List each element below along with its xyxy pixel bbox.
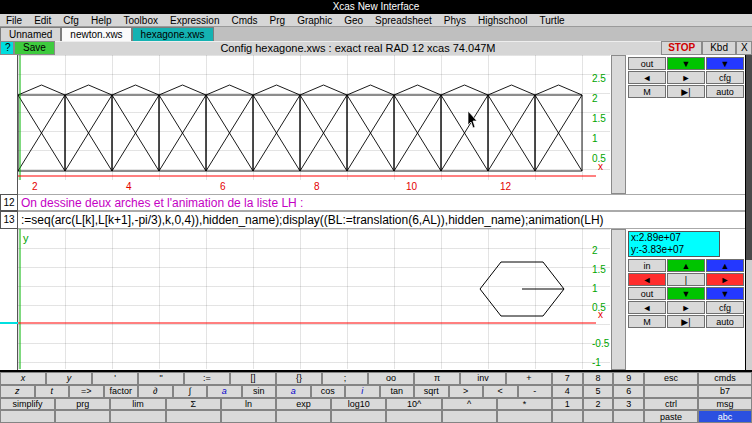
level-number[interactable]: 13 xyxy=(0,211,18,229)
config-button[interactable]: Config hexagone.xws : exact real RAD 12 … xyxy=(55,41,661,55)
menu-item[interactable]: Prg xyxy=(264,15,292,26)
kbd-numkey[interactable]: 5 xyxy=(583,385,614,398)
kbd-side-key[interactable]: cmds xyxy=(698,372,752,385)
graph-scroll-row-button[interactable]: ◄ xyxy=(628,273,666,286)
scrollbar-thumb[interactable] xyxy=(746,55,752,260)
session-scrollbar[interactable] xyxy=(745,55,752,370)
kbd-key[interactable]: z xyxy=(0,385,35,398)
kbd-key[interactable]: exp xyxy=(276,398,331,411)
graph-anim-button[interactable]: ▶| xyxy=(667,315,705,328)
kbd-side-key[interactable]: paste xyxy=(644,410,698,423)
graph-zoom-out-row-button[interactable]: out xyxy=(628,57,666,70)
kbd-key[interactable]: simplify xyxy=(0,398,55,411)
kbd-key[interactable]: ln xyxy=(221,398,276,411)
kbd-key[interactable]: oo xyxy=(368,372,414,385)
kbd-key[interactable]: Σ xyxy=(166,398,221,411)
kbd-numkey[interactable]: 8 xyxy=(583,372,614,385)
kbd-key[interactable] xyxy=(110,410,165,423)
kbd-key[interactable]: 10^ xyxy=(386,398,441,411)
kbd-key[interactable]: [] xyxy=(230,372,276,385)
menu-item[interactable]: Highschool xyxy=(472,15,533,26)
kbd-key[interactable]: inv xyxy=(460,372,506,385)
graph-pan-cfg-button[interactable]: ◄ xyxy=(628,71,666,84)
menu-item[interactable]: Cfg xyxy=(57,15,85,26)
kbd-side-key[interactable]: msg xyxy=(698,398,752,411)
stop-button[interactable]: STOP xyxy=(661,41,702,55)
session-tab[interactable]: Unnamed xyxy=(0,27,61,41)
kbd-key[interactable] xyxy=(276,410,331,423)
graph-pan-cfg-button[interactable]: cfg xyxy=(706,301,744,314)
kbd-key[interactable]: tan xyxy=(380,385,415,398)
kbd-key[interactable]: > xyxy=(449,385,484,398)
kbd-key[interactable]: => xyxy=(69,385,104,398)
graph1-scrollbar[interactable] xyxy=(611,55,626,194)
kbd-numkey[interactable]: 3 xyxy=(613,398,644,411)
menu-item[interactable]: Toolbox xyxy=(118,15,164,26)
close-session-button[interactable]: X xyxy=(736,41,752,55)
kbd-numkey[interactable]: 1 xyxy=(552,398,583,411)
menu-item[interactable]: Spreadsheet xyxy=(369,15,438,26)
graph-scroll-row-button[interactable]: ► xyxy=(706,273,744,286)
kbd-key[interactable]: log10 xyxy=(331,398,386,411)
kbd-key[interactable]: ; xyxy=(322,372,368,385)
kbd-key[interactable]: t xyxy=(35,385,70,398)
kbd-key[interactable]: factor xyxy=(104,385,139,398)
kbd-key[interactable]: π xyxy=(414,372,460,385)
command-input[interactable]: :=seq(arc(L[k],L[k+1],-pi/3),k,0,4)),hid… xyxy=(18,211,745,229)
kbd-key[interactable] xyxy=(386,410,441,423)
kbd-numkey[interactable] xyxy=(583,410,614,423)
menu-item[interactable]: Geo xyxy=(338,15,369,26)
session-tab[interactable]: hexagone.xws xyxy=(132,27,214,41)
kbd-key[interactable]: y xyxy=(46,372,92,385)
kbd-key[interactable]: ' xyxy=(92,372,138,385)
graph-pan-cfg-button[interactable]: ◄ xyxy=(628,301,666,314)
kbd-numkey[interactable]: 6 xyxy=(613,385,644,398)
graph-zoom-out-row-button[interactable]: ▼ xyxy=(667,57,705,70)
kbd-key[interactable]: ∫ xyxy=(173,385,208,398)
kbd-key[interactable]: - xyxy=(518,385,553,398)
kbd-numkey[interactable]: 9 xyxy=(613,372,644,385)
kbd-key[interactable] xyxy=(221,410,276,423)
kbd-key[interactable]: " xyxy=(138,372,184,385)
level-number[interactable]: 12 xyxy=(0,194,18,211)
kbd-key[interactable]: sqrt xyxy=(414,385,449,398)
kbd-key[interactable]: a xyxy=(276,385,311,398)
menu-item[interactable]: Turtle xyxy=(533,15,570,26)
kbd-key[interactable]: ^ xyxy=(442,398,497,411)
graph-pan-cfg-button[interactable]: ► xyxy=(667,71,705,84)
help-button[interactable]: ? xyxy=(0,41,14,55)
kbd-key[interactable]: ∂ xyxy=(138,385,173,398)
graph-scroll-row-button[interactable]: | xyxy=(667,273,705,286)
kbd-key[interactable]: a xyxy=(207,385,242,398)
kbd-key[interactable]: sin xyxy=(242,385,277,398)
kbd-numkey[interactable] xyxy=(613,410,644,423)
graph-zoom-in-row-button[interactable]: ▲ xyxy=(706,259,744,272)
kbd-key[interactable]: x xyxy=(0,372,46,385)
kbd-key[interactable]: := xyxy=(184,372,230,385)
kbd-key[interactable]: prg xyxy=(55,398,110,411)
graph2-canvas[interactable]: y 21.510.5 -0.5-1 x xyxy=(18,229,610,369)
kbd-numkey[interactable]: 2 xyxy=(583,398,614,411)
graph-zoom-out-row-button[interactable]: ▼ xyxy=(667,287,705,300)
kbd-side-key[interactable]: ctrl xyxy=(644,398,698,411)
kbd-key[interactable] xyxy=(166,410,221,423)
menu-item[interactable]: Expression xyxy=(164,15,225,26)
graph2-scrollbar[interactable] xyxy=(611,229,626,370)
graph-anim-button[interactable]: M xyxy=(628,85,666,98)
menu-item[interactable]: Edit xyxy=(28,15,57,26)
graph-zoom-in-row-button[interactable]: in xyxy=(628,259,666,272)
save-button[interactable]: Save xyxy=(14,41,55,55)
graph-pan-cfg-button[interactable]: cfg xyxy=(706,71,744,84)
window-titlebar[interactable]: Xcas New Interface xyxy=(0,0,752,14)
graph-pan-cfg-button[interactable]: ► xyxy=(667,301,705,314)
kbd-numkey[interactable]: 7 xyxy=(552,372,583,385)
kbd-key[interactable] xyxy=(442,410,497,423)
kbd-toggle-button[interactable]: Kbd xyxy=(702,41,736,55)
menu-item[interactable]: File xyxy=(0,15,28,26)
kbd-key[interactable]: {} xyxy=(276,372,322,385)
kbd-key[interactable]: + xyxy=(506,372,552,385)
graph-anim-button[interactable]: auto xyxy=(706,85,744,98)
kbd-key[interactable]: cos xyxy=(311,385,346,398)
kbd-key[interactable] xyxy=(55,410,110,423)
menu-item[interactable]: Graphic xyxy=(291,15,338,26)
